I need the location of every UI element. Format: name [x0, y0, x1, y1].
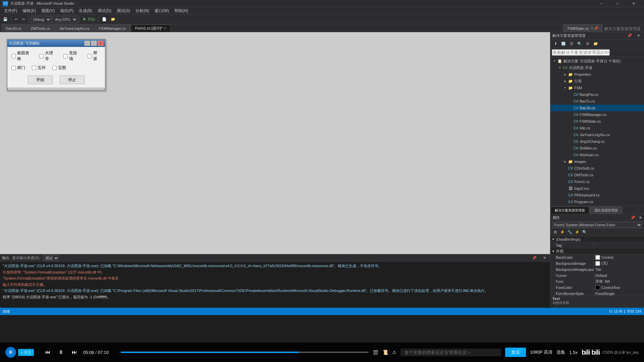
form-close[interactable]: ✕: [98, 41, 104, 46]
debug-config-select[interactable]: Debug: [30, 16, 51, 23]
follow-button[interactable]: + 关注: [18, 349, 34, 356]
prop-bgimagelayout-value[interactable]: Tile: [594, 266, 644, 272]
menu-analyze[interactable]: 分析(N): [133, 7, 152, 14]
minimize-button[interactable]: ─: [594, 0, 609, 7]
checkbox-wuhuan[interactable]: 五环: [32, 65, 46, 71]
output-pin-btn[interactable]: 📌: [531, 255, 538, 261]
toolbar-redo[interactable]: ↪: [20, 16, 26, 23]
tree-fsmmanager[interactable]: ▶ C# FSMManager.cs: [550, 111, 644, 118]
checkbox-shimen[interactable]: 师门: [11, 65, 25, 71]
prop-cursor-value[interactable]: Default: [594, 273, 644, 278]
props-btn-events[interactable]: ⚡: [574, 229, 581, 235]
tree-dmtools[interactable]: ▶ C# DMTools.cs: [550, 172, 644, 178]
tab-team-explorer[interactable]: 团队资源管理器: [590, 206, 622, 214]
sol-btn-3[interactable]: ☰: [568, 41, 575, 47]
props-close-btn[interactable]: ✕: [637, 214, 644, 221]
form-resize-handle[interactable]: [7, 87, 105, 90]
video-icon-2[interactable]: 📜: [382, 350, 388, 355]
tree-bangpai[interactable]: ▶ C# BangPai.cs: [550, 91, 644, 98]
toolbar-open[interactable]: 📁: [109, 16, 117, 23]
menu-test[interactable]: 测试(S): [114, 7, 133, 14]
checkbox-wuhuan-input[interactable]: [32, 66, 36, 70]
menu-project[interactable]: 项目(P): [57, 7, 76, 14]
tree-logo[interactable]: ▶ 🖼 logo2.ico: [550, 185, 644, 192]
toolbar-new[interactable]: 📄: [100, 16, 108, 23]
tree-wuhuan[interactable]: ▶ C# WuHuan.cs: [550, 152, 644, 158]
video-zoom[interactable]: 1.5x: [569, 350, 578, 355]
tab-form1[interactable]: Form1.cs [设计]* ✕: [131, 24, 171, 32]
tree-images[interactable]: ▶ 📁 images: [550, 158, 644, 165]
designer-area[interactable]: 大话西游-飞羽辅助 ─ □ ✕ 家园资格: [0, 32, 550, 254]
checkbox-baotu-input[interactable]: [52, 66, 57, 70]
prop-forecolor-value[interactable]: ControlText: [594, 285, 644, 290]
solution-tab-pin[interactable]: 📌: [594, 26, 598, 30]
video-icon-1[interactable]: 🎬: [373, 350, 378, 355]
close-button[interactable]: ✕: [626, 0, 641, 7]
props-btn-props[interactable]: 🔧: [567, 229, 573, 235]
solution-pin-btn[interactable]: 📌: [626, 33, 633, 39]
video-progress-bar[interactable]: [121, 352, 369, 353]
sol-btn-2[interactable]: 🔄: [560, 41, 567, 47]
video-quality[interactable]: 1080P 高清: [530, 349, 552, 355]
menu-help[interactable]: 帮助(H): [172, 7, 191, 14]
checkbox-shimen-input[interactable]: [11, 66, 16, 70]
props-btn-alpha[interactable]: ⚡: [559, 229, 566, 235]
checkbox-bangpai[interactable]: 帮派: [88, 50, 101, 62]
tree-proj[interactable]: ▼ C# 大话西游-手游: [550, 64, 644, 71]
menu-file[interactable]: 文件(F): [1, 7, 20, 14]
tree-idle[interactable]: ▶ C# Idle.cs: [550, 125, 644, 131]
form-title-bar[interactable]: 大话西游-飞羽辅助 ─ □ ✕: [7, 40, 105, 47]
avatar[interactable]: B: [5, 347, 16, 358]
checkbox-jiayuan-input[interactable]: [11, 54, 16, 58]
tree-jiayuan[interactable]: ▶ C# JiaYuanLingXiu.cs: [550, 131, 644, 138]
checkbox-jingji-input[interactable]: [63, 54, 68, 58]
menu-edit[interactable]: 编辑(E): [20, 7, 39, 14]
menu-window[interactable]: 窗口(W): [152, 7, 172, 14]
start-debug-button[interactable]: ▶ 开始: [81, 16, 97, 23]
tab-form1-close[interactable]: ✕: [164, 26, 166, 30]
tree-solution[interactable]: ▼ 📋 解决方案 '大话西游-手游'(1 个项目): [550, 58, 644, 64]
tree-jingjichang[interactable]: ▶ C# JingJiChang.cs: [550, 138, 644, 145]
tree-cdmsoft[interactable]: ▶ C# CDmSoft.cs: [550, 165, 644, 172]
menu-debug[interactable]: 调试(D): [95, 7, 114, 14]
props-pin-btn[interactable]: 📌: [629, 214, 637, 221]
props-btn-category[interactable]: ⊞: [552, 229, 558, 235]
toolbar-save[interactable]: 💾: [1, 16, 9, 23]
tree-refs[interactable]: ▶ 📁 引用: [550, 78, 644, 84]
output-source-select[interactable]: 调试: [43, 255, 59, 261]
platform-select[interactable]: Any CPU: [52, 16, 77, 23]
sol-btn-4[interactable]: 🔍: [576, 41, 583, 47]
props-btn-search[interactable]: 🔍: [581, 229, 588, 235]
btn-start[interactable]: 开始: [28, 75, 53, 84]
tab-dmtools[interactable]: DMTools.cs: [26, 24, 54, 32]
prop-bgimage-value[interactable]: (无): [594, 260, 644, 266]
checkbox-jiayuan[interactable]: 家园资格: [11, 50, 33, 62]
video-icon-3[interactable]: ⚠: [392, 350, 396, 355]
video-collection[interactable]: 选集: [556, 349, 565, 355]
toolbar-undo[interactable]: ↩: [13, 16, 19, 23]
tree-properties[interactable]: ▶ 📁 Properties: [550, 71, 644, 78]
form-maximize[interactable]: □: [91, 41, 97, 46]
chat-input[interactable]: [400, 349, 501, 356]
prev-button[interactable]: ⏮: [43, 348, 52, 357]
tree-pkkeyboard[interactable]: ▶ C# PKKeyboard.cs: [550, 192, 644, 198]
tree-dalisi[interactable]: ▶ C# DaLiSi.cs: [550, 105, 644, 111]
checkbox-baotu[interactable]: 宝图: [52, 65, 66, 71]
tab-solution-explorer[interactable]: 解决方案资源管理器: [550, 206, 589, 214]
prop-formborderstyle-value[interactable]: FixedSingle: [594, 291, 644, 296]
send-button[interactable]: 发送: [505, 348, 526, 357]
maximize-button[interactable]: □: [610, 0, 625, 7]
prop-font-value[interactable]: 宋体, 9pt: [594, 279, 644, 284]
sol-btn-6[interactable]: 📁: [592, 41, 599, 47]
tab-fsmmanager[interactable]: FSMManager.cs: [95, 24, 130, 32]
checkbox-dalisi[interactable]: 大理寺: [39, 50, 57, 62]
sol-btn-1[interactable]: ⬆: [552, 41, 559, 47]
menu-view[interactable]: 视图(V): [39, 7, 57, 14]
tree-baotu[interactable]: ▶ C# BaoTu.cs: [550, 98, 644, 105]
pause-button[interactable]: ⏸: [56, 348, 66, 357]
checkbox-dalisi-input[interactable]: [39, 54, 44, 58]
tree-fsm[interactable]: ▼ 📁 FSM: [550, 84, 644, 91]
checkbox-jingji[interactable]: 竞技场: [63, 50, 81, 62]
checkbox-bangpai-input[interactable]: [88, 54, 92, 58]
next-button[interactable]: ⏭: [70, 348, 79, 357]
